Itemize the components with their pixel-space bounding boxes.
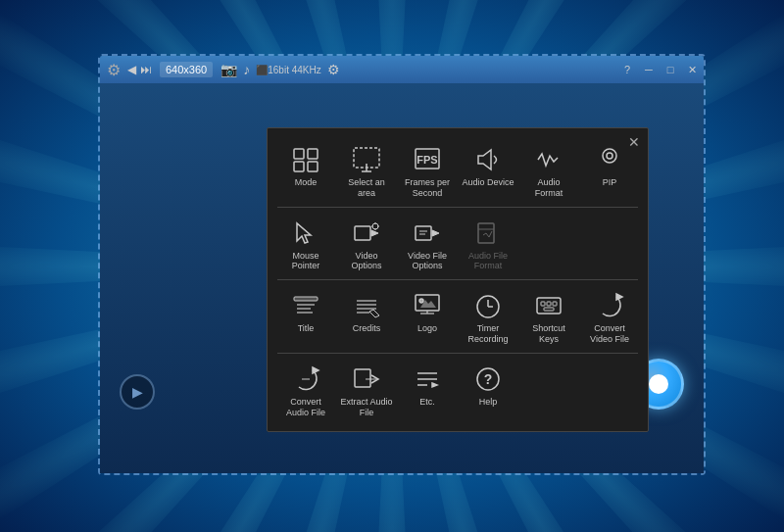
skip-icon[interactable]: ⏭ bbox=[140, 63, 152, 76]
video-file-options-icon bbox=[410, 218, 445, 249]
mouse-pointer-icon bbox=[288, 218, 323, 249]
music-icon[interactable]: ♪ bbox=[243, 62, 250, 77]
fps-icon: FPS bbox=[410, 144, 445, 175]
divider-1 bbox=[277, 207, 638, 208]
convert-video-file-label: Convert Video File bbox=[583, 323, 636, 345]
menu-item-logo[interactable]: Logo bbox=[399, 284, 456, 349]
svg-rect-50 bbox=[294, 297, 318, 301]
audio-device-icon bbox=[470, 144, 506, 175]
nav-buttons: ◀ ⏭ bbox=[127, 63, 152, 76]
menu-row-1: Mode Select an area FPS Frames per Secon… bbox=[277, 138, 638, 203]
menu-item-empty4 bbox=[581, 358, 638, 422]
help-label: Help bbox=[479, 397, 498, 408]
menu-item-mode[interactable]: Mode bbox=[277, 138, 334, 203]
pip-label: PIP bbox=[603, 177, 617, 188]
back-icon[interactable]: ◀ bbox=[127, 63, 136, 76]
menu-item-timer-recording[interactable]: Timer Recording bbox=[460, 284, 516, 349]
svg-marker-58 bbox=[369, 310, 379, 317]
video-file-options-label: Video File Options bbox=[401, 251, 454, 272]
menu-item-help[interactable]: ? Help bbox=[460, 358, 516, 422]
menu-item-mouse-pointer[interactable]: Mouse Pointer bbox=[277, 212, 334, 276]
convert-video-file-icon bbox=[592, 290, 627, 321]
shortcut-keys-label: Shortcut Keys bbox=[522, 323, 575, 345]
svg-rect-26 bbox=[294, 162, 304, 171]
titlebar-icons: 📷 ♪ ⬛16bit 44KHz ⚙ bbox=[220, 62, 339, 77]
svg-rect-71 bbox=[544, 308, 554, 311]
audio-format-label: Audio Format bbox=[522, 177, 575, 199]
maximize-button[interactable]: □ bbox=[662, 62, 678, 77]
video-options-label: Video Options bbox=[340, 251, 393, 272]
menu-panel: ✕ Mode Select an area bbox=[267, 127, 649, 432]
record-icon bbox=[649, 374, 668, 394]
svg-point-61 bbox=[419, 299, 423, 303]
gear-icon[interactable]: ⚙ bbox=[104, 60, 123, 79]
settings-icon[interactable]: ⚙ bbox=[327, 62, 340, 77]
menu-item-convert-audio-file[interactable]: Convert Audio File bbox=[277, 358, 334, 422]
play-button[interactable]: ▶ bbox=[120, 374, 155, 410]
bitrate-label: ⬛16bit 44KHz bbox=[256, 65, 320, 75]
video-options-icon bbox=[349, 218, 384, 249]
menu-item-convert-video-file[interactable]: Convert Video File bbox=[581, 284, 638, 349]
shortcut-keys-icon bbox=[531, 290, 566, 321]
menu-row-4: Convert Audio File Extract Audio File Et… bbox=[277, 358, 638, 422]
menu-item-extract-audio-file[interactable]: Extract Audio File bbox=[338, 358, 395, 422]
logo-icon bbox=[410, 290, 445, 321]
close-button[interactable]: ✕ bbox=[684, 62, 700, 77]
menu-item-etc[interactable]: Etc. bbox=[399, 358, 456, 422]
extract-audio-file-label: Extract Audio File bbox=[340, 397, 393, 418]
menu-row-3: Title Credits Logo bbox=[277, 284, 638, 349]
help-icon: ? bbox=[470, 363, 506, 395]
svg-marker-73 bbox=[313, 367, 318, 373]
etc-label: Etc. bbox=[419, 397, 435, 408]
menu-item-select-area[interactable]: Select an area bbox=[338, 138, 395, 203]
svg-point-34 bbox=[603, 149, 616, 163]
audio-file-format-icon bbox=[470, 218, 506, 249]
divider-2 bbox=[277, 279, 638, 280]
svg-text:FPS: FPS bbox=[416, 154, 437, 166]
svg-rect-75 bbox=[355, 369, 370, 387]
credits-icon bbox=[349, 290, 384, 321]
menu-item-empty2 bbox=[581, 212, 638, 276]
svg-rect-69 bbox=[547, 302, 551, 306]
svg-rect-27 bbox=[308, 162, 318, 171]
camera-icon[interactable]: 📷 bbox=[220, 62, 237, 77]
content-area: ▶ ✕ Mode bbox=[100, 83, 704, 473]
menu-item-audio-device[interactable]: Audio Device bbox=[460, 138, 516, 203]
resolution-badge[interactable]: 640x360 bbox=[160, 62, 213, 77]
svg-marker-72 bbox=[616, 294, 622, 300]
menu-item-video-options[interactable]: Video Options bbox=[338, 212, 395, 276]
svg-rect-24 bbox=[294, 149, 304, 159]
convert-audio-file-icon bbox=[288, 363, 323, 395]
menu-item-credits[interactable]: Credits bbox=[338, 284, 395, 349]
window-controls: ? ─ □ ✕ bbox=[619, 62, 700, 77]
svg-rect-25 bbox=[308, 149, 318, 159]
menu-item-video-file-options[interactable]: Video File Options bbox=[399, 212, 456, 276]
svg-rect-44 bbox=[416, 226, 431, 240]
menu-item-title[interactable]: Title bbox=[277, 284, 334, 349]
mode-icon bbox=[288, 144, 323, 175]
title-icon bbox=[288, 290, 323, 321]
select-area-label: Select an area bbox=[340, 177, 393, 199]
extract-audio-file-icon bbox=[349, 363, 384, 395]
menu-item-audio-format[interactable]: Audio Format bbox=[520, 138, 577, 203]
fps-label: Frames per Second bbox=[401, 177, 454, 199]
minimize-button[interactable]: ─ bbox=[641, 62, 657, 77]
svg-marker-45 bbox=[432, 230, 439, 236]
svg-marker-38 bbox=[371, 230, 378, 236]
pip-icon bbox=[592, 144, 627, 175]
menu-item-audio-file-format: Audio File Format bbox=[460, 212, 516, 276]
divider-3 bbox=[277, 353, 638, 354]
menu-item-empty3 bbox=[520, 358, 577, 422]
menu-close-button[interactable]: ✕ bbox=[628, 134, 640, 150]
help-button[interactable]: ? bbox=[619, 62, 635, 77]
svg-point-35 bbox=[607, 153, 612, 159]
credits-label: Credits bbox=[353, 323, 381, 334]
title-label: Title bbox=[298, 323, 315, 334]
menu-item-fps[interactable]: FPS Frames per Second bbox=[399, 138, 456, 203]
logo-label: Logo bbox=[417, 323, 437, 334]
menu-item-shortcut-keys[interactable]: Shortcut Keys bbox=[520, 284, 577, 349]
select-area-icon bbox=[349, 144, 384, 175]
svg-rect-37 bbox=[355, 226, 370, 240]
etc-icon bbox=[410, 363, 445, 395]
svg-marker-80 bbox=[432, 383, 437, 387]
